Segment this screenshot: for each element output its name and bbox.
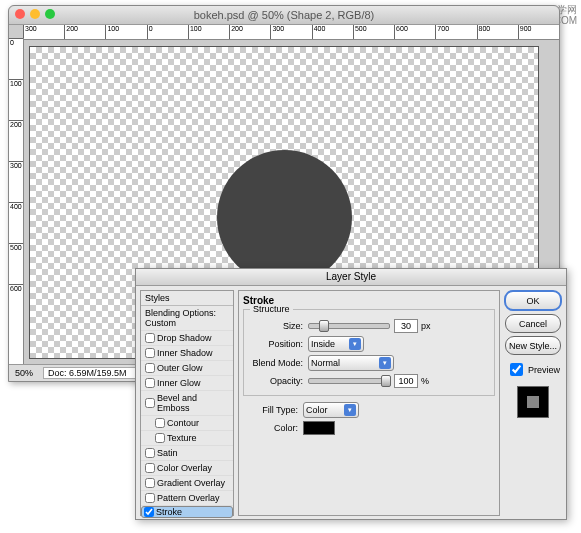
style-contour[interactable]: Contour <box>141 416 233 431</box>
style-color-overlay[interactable]: Color Overlay <box>141 461 233 476</box>
color-label: Color: <box>243 423 298 433</box>
checkbox[interactable] <box>145 478 155 488</box>
checkbox[interactable] <box>145 348 155 358</box>
style-inner-shadow[interactable]: Inner Shadow <box>141 346 233 361</box>
zoom-level[interactable]: 50% <box>15 368 33 378</box>
opacity-slider[interactable] <box>308 378 390 384</box>
window-controls[interactable] <box>15 9 55 19</box>
new-style-button[interactable]: New Style... <box>505 336 561 355</box>
style-bevel[interactable]: Bevel and Emboss <box>141 391 233 416</box>
styles-header[interactable]: Styles <box>141 291 233 306</box>
window-title: bokeh.psd @ 50% (Shape 2, RGB/8) <box>194 9 375 21</box>
checkbox[interactable] <box>145 378 155 388</box>
checkbox[interactable] <box>155 418 165 428</box>
checkbox[interactable] <box>155 433 165 443</box>
layer-style-dialog: Layer Style Styles Blending Options: Cus… <box>135 268 567 520</box>
blend-select[interactable]: Normal▾ <box>308 355 394 371</box>
titlebar: bokeh.psd @ 50% (Shape 2, RGB/8) <box>9 6 559 25</box>
ruler-vertical[interactable]: 0100200300400500600 <box>9 38 24 365</box>
cancel-button[interactable]: Cancel <box>505 314 561 333</box>
zoom-icon[interactable] <box>45 9 55 19</box>
dialog-buttons: OK Cancel New Style... Preview <box>504 290 562 516</box>
dialog-title: Layer Style <box>136 269 566 286</box>
style-texture[interactable]: Texture <box>141 431 233 446</box>
blending-options[interactable]: Blending Options: Custom <box>141 306 233 331</box>
checkbox[interactable] <box>145 463 155 473</box>
ruler-horizontal[interactable]: 3002001000100200300400500600700800900 <box>23 25 559 40</box>
close-icon[interactable] <box>15 9 25 19</box>
style-gradient-overlay[interactable]: Gradient Overlay <box>141 476 233 491</box>
checkbox[interactable] <box>145 493 155 503</box>
style-inner-glow[interactable]: Inner Glow <box>141 376 233 391</box>
stroke-panel: Stroke Structure Size: 30 px Position: I… <box>238 290 500 516</box>
checkbox[interactable] <box>144 507 154 517</box>
preview-thumbnail <box>517 386 549 418</box>
position-select[interactable]: Inside▾ <box>308 336 364 352</box>
size-label: Size: <box>248 321 303 331</box>
shape-circle[interactable] <box>217 150 352 285</box>
fill-type-label: Fill Type: <box>243 405 298 415</box>
ok-button[interactable]: OK <box>504 290 562 311</box>
chevron-down-icon: ▾ <box>349 338 361 350</box>
style-outer-glow[interactable]: Outer Glow <box>141 361 233 376</box>
chevron-down-icon: ▾ <box>379 357 391 369</box>
color-swatch[interactable] <box>303 421 335 435</box>
fill-type-select[interactable]: Color▾ <box>303 402 359 418</box>
structure-group: Structure Size: 30 px Position: Inside▾ … <box>243 309 495 396</box>
size-slider[interactable] <box>308 323 390 329</box>
blend-label: Blend Mode: <box>248 358 303 368</box>
opacity-label: Opacity: <box>248 376 303 386</box>
checkbox[interactable] <box>145 448 155 458</box>
checkbox[interactable] <box>145 398 155 408</box>
style-stroke[interactable]: Stroke <box>141 506 233 518</box>
size-input[interactable]: 30 <box>394 319 418 333</box>
minimize-icon[interactable] <box>30 9 40 19</box>
position-label: Position: <box>248 339 303 349</box>
style-drop-shadow[interactable]: Drop Shadow <box>141 331 233 346</box>
checkbox[interactable] <box>145 333 155 343</box>
checkbox[interactable] <box>145 363 155 373</box>
styles-list: Styles Blending Options: Custom Drop Sha… <box>140 290 234 516</box>
style-satin[interactable]: Satin <box>141 446 233 461</box>
opacity-input[interactable]: 100 <box>394 374 418 388</box>
preview-checkbox[interactable]: Preview <box>506 360 560 379</box>
chevron-down-icon: ▾ <box>344 404 356 416</box>
style-pattern-overlay[interactable]: Pattern Overlay <box>141 491 233 506</box>
